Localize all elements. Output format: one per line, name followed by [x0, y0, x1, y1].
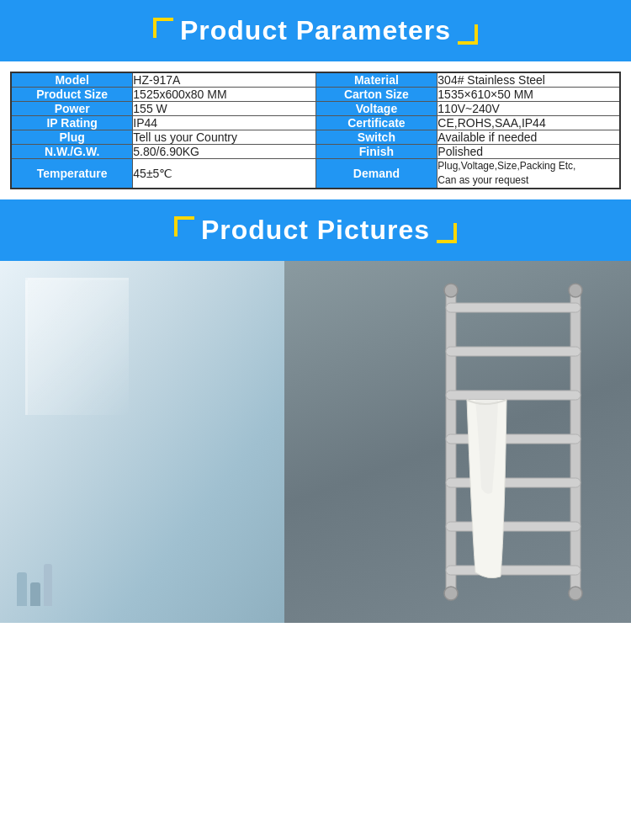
param-value-right-2: 110V~240V: [437, 102, 620, 116]
table-row: PlugTell us your CountrySwitchAvailable …: [11, 130, 620, 145]
param-label-left-4: Plug: [11, 130, 133, 145]
params-table: ModelHZ-917AMaterial304# Stainless Steel…: [10, 72, 621, 189]
table-row: N.W./G.W.5.80/6.90KGFinishPolished: [11, 145, 620, 159]
param-value-right-5: Polished: [437, 145, 620, 159]
param-value-right-1: 1535×610×50 MM: [437, 88, 620, 102]
pictures-content: [0, 261, 631, 623]
bottles-decoration: [17, 564, 52, 606]
param-label-left-5: N.W./G.W.: [11, 145, 133, 159]
param-label-right-5: Finish: [316, 145, 437, 159]
param-label-right-3: Certificate: [316, 116, 437, 130]
table-row: IP RatingIP44CertificateCE,ROHS,SAA,IP44: [11, 116, 620, 130]
pictures-section-header: Product Pictures: [0, 199, 631, 261]
bracket-top-left-icon: [153, 18, 173, 38]
picture-right-panel: [284, 261, 632, 623]
param-value-right-0: 304# Stainless Steel: [437, 72, 620, 88]
param-label-left-0: Model: [11, 72, 133, 88]
param-value-left-0: HZ-917A: [133, 72, 316, 88]
params-content: ModelHZ-917AMaterial304# Stainless Steel…: [0, 61, 631, 199]
param-value-right-4: Available if needed: [437, 130, 620, 145]
param-label-right-6: Demand: [316, 159, 437, 189]
param-value-left-3: IP44: [133, 116, 316, 130]
param-value-left-6: 45±5℃: [133, 159, 316, 189]
param-value-left-5: 5.80/6.90KG: [133, 145, 316, 159]
bracket-top-left-icon-2: [174, 216, 194, 237]
svg-rect-7: [446, 522, 581, 531]
param-label-right-2: Voltage: [316, 102, 437, 116]
param-label-left-1: Product Size: [11, 88, 133, 102]
table-row: Temperature45±5℃DemandPlug,Voltage,Size,…: [11, 159, 620, 189]
svg-rect-6: [446, 478, 581, 487]
param-label-right-1: Carton Size: [316, 88, 437, 102]
svg-rect-2: [446, 303, 581, 312]
param-value-right-3: CE,ROHS,SAA,IP44: [437, 116, 620, 130]
param-value-right-6: Plug,Voltage,Size,Packing Etc,Can as you…: [437, 159, 620, 189]
param-value-left-2: 155 W: [133, 102, 316, 116]
towel-rack: [421, 278, 606, 606]
param-label-left-3: IP Rating: [11, 116, 133, 130]
param-label-left-6: Temperature: [11, 159, 133, 189]
params-title: Product Parameters: [180, 15, 451, 46]
table-row: ModelHZ-917AMaterial304# Stainless Steel: [11, 72, 620, 88]
svg-rect-3: [446, 347, 581, 356]
svg-rect-5: [446, 434, 581, 444]
param-value-left-4: Tell us your Country: [133, 130, 316, 145]
bracket-bottom-right-icon-2: [437, 223, 457, 243]
svg-point-11: [444, 587, 458, 600]
pictures-section: Product Pictures: [0, 199, 631, 623]
svg-point-10: [569, 284, 582, 297]
svg-point-9: [444, 284, 458, 297]
table-row: Power155 WVoltage110V~240V: [11, 102, 620, 116]
param-label-right-4: Switch: [316, 130, 437, 145]
picture-left-panel: [0, 261, 284, 623]
pictures-title: Product Pictures: [201, 215, 430, 246]
params-section-header: Product Parameters: [0, 0, 631, 61]
param-value-left-1: 1525x600x80 MM: [133, 88, 316, 102]
svg-rect-8: [446, 566, 581, 575]
bracket-bottom-right-icon: [458, 24, 478, 45]
table-row: Product Size1525x600x80 MMCarton Size153…: [11, 88, 620, 102]
param-label-right-0: Material: [316, 72, 437, 88]
param-label-left-2: Power: [11, 102, 133, 116]
svg-point-12: [569, 587, 582, 600]
svg-rect-4: [446, 391, 581, 400]
